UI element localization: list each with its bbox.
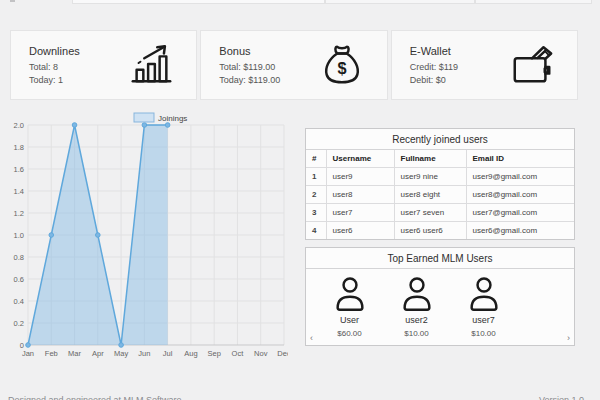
x-axis-tick-label: Mar — [68, 349, 81, 358]
top-earned-amount: $10.00 — [383, 329, 450, 338]
table-cell: 1 — [306, 168, 326, 186]
bonus-today: Today: $119.00 — [219, 75, 280, 85]
x-axis-tick-label: Jul — [163, 349, 173, 358]
table-cell: 3 — [306, 204, 326, 222]
table-cell: user9 nine — [394, 168, 466, 186]
nav-tab-partial-1[interactable] — [72, 0, 325, 4]
y-axis-tick-label: 1.8 — [14, 143, 24, 152]
legend-label[interactable]: Joinings — [158, 114, 187, 123]
x-axis-tick-label: Aug — [184, 349, 197, 358]
ewallet-card: E-Wallet Credit: $119 Debit: $0 — [391, 30, 578, 100]
top-earned-name: user2 — [383, 315, 450, 325]
stat-cards-row: Downlines Total: 8 Today: 1 Bonus Total:… — [10, 30, 578, 100]
table-cell: user8@gmail.com — [466, 186, 574, 204]
x-axis-tick-label: Jun — [138, 349, 150, 358]
data-point-marker[interactable] — [142, 123, 147, 128]
y-axis-tick-label: 0.6 — [14, 275, 24, 284]
y-axis-tick-label: 0.8 — [14, 253, 24, 262]
top-nav-strip — [0, 0, 600, 5]
top-earned-amount: $60.00 — [316, 329, 383, 338]
x-axis-tick-label: Jan — [22, 349, 34, 358]
joinings-area-chart: 00.20.40.60.81.01.21.41.61.82.0JanFebMar… — [10, 106, 288, 360]
nav-icon-remnant — [10, 0, 15, 2]
top-earned-panel: Top Earned MLM Users User $60.00 user2 $… — [305, 247, 575, 346]
y-axis-tick-label: 1.6 — [14, 165, 24, 174]
recently-joined-panel: Recently joined users #UsernameFullnameE… — [305, 128, 575, 240]
nav-tab-partial-2[interactable] — [325, 0, 475, 4]
table-cell: 2 — [306, 186, 326, 204]
carousel-prev-arrow[interactable]: ‹ — [310, 334, 313, 343]
table-header-cell: Fullname — [394, 150, 466, 168]
top-earned-name: User — [316, 315, 383, 325]
footer-version-text: Version 1.0 — [539, 395, 584, 400]
data-point-marker[interactable] — [49, 233, 54, 238]
table-header-cell: # — [306, 150, 326, 168]
bonus-card-title: Bonus — [219, 45, 280, 57]
table-cell: user7 seven — [394, 204, 466, 222]
top-earned-name: user7 — [450, 315, 517, 325]
top-earned-amount: $10.00 — [450, 329, 517, 338]
x-axis-tick-label: Nov — [254, 349, 268, 358]
data-point-marker[interactable] — [165, 123, 170, 128]
ewallet-card-title: E-Wallet — [410, 45, 458, 57]
x-axis-tick-label: Sep — [208, 349, 221, 358]
table-cell: user6 user6 — [394, 222, 466, 240]
table-cell: user6 — [326, 222, 394, 240]
nav-tab-partial-3[interactable] — [475, 0, 592, 4]
svg-text:$: $ — [337, 59, 346, 77]
bonus-card: Bonus Total: $119.00 Today: $119.00 $ — [200, 30, 387, 100]
bonus-total: Total: $119.00 — [219, 62, 280, 72]
table-cell: user9 — [326, 168, 394, 186]
top-earned-title: Top Earned MLM Users — [306, 248, 574, 269]
table-cell: user9@gmail.com — [466, 168, 574, 186]
wallet-icon — [509, 42, 555, 88]
legend-swatch[interactable] — [134, 113, 154, 122]
y-axis-tick-label: 1.0 — [14, 231, 24, 240]
x-axis-tick-label: Dec — [277, 349, 288, 358]
top-earned-user-1: User $60.00 — [316, 273, 383, 338]
downlines-today: Today: 1 — [29, 75, 80, 85]
x-axis-tick-label: Oct — [232, 349, 245, 358]
x-axis-tick-label: Feb — [45, 349, 58, 358]
table-cell: user7 — [326, 204, 394, 222]
ewallet-credit: Credit: $119 — [410, 62, 458, 72]
x-axis-tick-label: Apr — [92, 349, 104, 358]
table-cell: 4 — [306, 222, 326, 240]
top-earned-user-3: user7 $10.00 — [450, 273, 517, 338]
money-bag-icon: $ — [319, 42, 365, 88]
recently-joined-title: Recently joined users — [306, 129, 574, 150]
table-row: 3user7user7 sevenuser7@gmail.com — [306, 204, 574, 222]
top-earned-user-2: user2 $10.00 — [383, 273, 450, 338]
top-earned-carousel: User $60.00 user2 $10.00 user7 $10.00 — [306, 269, 574, 338]
ewallet-debit: Debit: $0 — [410, 75, 458, 85]
y-axis-tick-label: 2.0 — [14, 121, 24, 130]
downlines-total: Total: 8 — [29, 62, 80, 72]
data-point-marker[interactable] — [119, 343, 124, 348]
carousel-next-arrow[interactable]: › — [567, 334, 570, 343]
table-header-row: #UsernameFullnameEmail ID — [306, 150, 574, 168]
joinings-chart-panel: 00.20.40.60.81.01.21.41.61.82.0JanFebMar… — [10, 106, 288, 360]
chart-legend[interactable]: Joinings — [134, 113, 187, 123]
footer-credit-text: Designed and engineered at MLM Software — [8, 395, 182, 400]
table-header-cell: Username — [326, 150, 394, 168]
user-icon — [465, 275, 503, 313]
table-cell: user6@gmail.com — [466, 222, 574, 240]
table-row: 4user6user6 user6user6@gmail.com — [306, 222, 574, 240]
user-icon — [331, 275, 369, 313]
table-cell: user8 — [326, 186, 394, 204]
table-cell: user7@gmail.com — [466, 204, 574, 222]
y-axis-tick-label: 0.4 — [14, 297, 24, 306]
table-row: 2user8user8 eightuser8@gmail.com — [306, 186, 574, 204]
recently-joined-table: #UsernameFullnameEmail ID 1user9user9 ni… — [306, 150, 574, 239]
data-point-marker[interactable] — [72, 123, 77, 128]
right-column: Recently joined users #UsernameFullnameE… — [305, 128, 575, 346]
data-point-marker[interactable] — [96, 233, 101, 238]
table-row: 1user9user9 nineuser9@gmail.com — [306, 168, 574, 186]
downlines-card: Downlines Total: 8 Today: 1 — [10, 30, 197, 100]
y-axis-tick-label: 0.2 — [14, 319, 24, 328]
bar-chart-growth-icon — [128, 42, 174, 88]
data-point-marker[interactable] — [26, 343, 31, 348]
user-icon — [398, 275, 436, 313]
downlines-card-title: Downlines — [29, 45, 80, 57]
x-axis-tick-label: May — [114, 349, 128, 358]
